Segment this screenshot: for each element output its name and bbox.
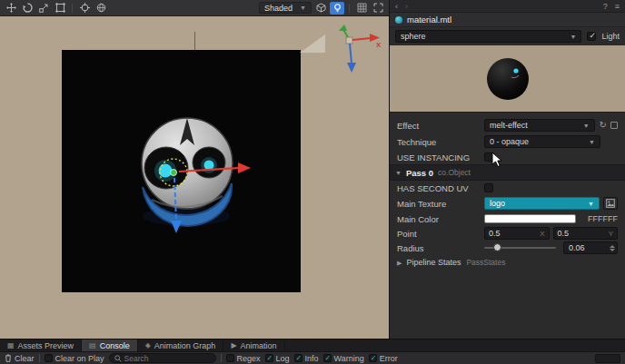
- tab-animation[interactable]: ▶ Animation: [223, 339, 284, 351]
- grid-icon: [357, 3, 367, 13]
- has-second-uv-row: HAS SECOND UV: [390, 181, 625, 195]
- technique-row: Technique 0 - opaque ▼: [390, 133, 625, 150]
- technique-dropdown[interactable]: 0 - opaque ▼: [484, 135, 600, 148]
- material-icon: [395, 16, 402, 24]
- axis-z-arrow[interactable]: [350, 44, 352, 64]
- help-icon[interactable]: ?: [603, 2, 608, 11]
- scene-viewport[interactable]: X: [0, 16, 389, 339]
- warning-filter-toggle[interactable]: Warning: [323, 354, 364, 363]
- pass0-hint: co.Object: [438, 168, 471, 177]
- view-2d-toggle-button[interactable]: [313, 2, 328, 15]
- rect-tool-button[interactable]: [53, 2, 67, 15]
- clear-on-play-toggle[interactable]: Clear on Play: [45, 354, 104, 363]
- search-icon: [114, 355, 122, 362]
- gizmo-z-arrowhead[interactable]: [171, 221, 182, 233]
- slider-thumb[interactable]: [493, 243, 501, 251]
- move-tool-button[interactable]: [4, 2, 18, 15]
- main-color-swatch[interactable]: [484, 214, 576, 223]
- copy-icon[interactable]: [610, 122, 618, 129]
- point-x-input[interactable]: 0.5 X: [484, 227, 550, 240]
- gizmo-center-handle[interactable]: [171, 170, 177, 176]
- refresh-icon[interactable]: ↻: [600, 121, 607, 130]
- regex-checkbox[interactable]: [226, 354, 234, 362]
- forward-icon[interactable]: ›: [405, 2, 408, 11]
- console-search-box[interactable]: [109, 353, 216, 363]
- effect-dropdown[interactable]: melt-effect ▼: [484, 119, 595, 132]
- console-search-input[interactable]: [124, 354, 203, 363]
- expand-icon: [373, 3, 383, 13]
- light-checkbox[interactable]: [587, 32, 596, 41]
- lighting-toggle-button[interactable]: [330, 2, 344, 15]
- back-icon[interactable]: ‹: [395, 2, 398, 11]
- preview-mesh-dropdown[interactable]: sphere ▼: [395, 30, 581, 43]
- technique-value: 0 - opaque: [490, 137, 529, 146]
- main-texture-dropdown[interactable]: logo ▼: [484, 197, 600, 210]
- gizmo-x-arrowhead[interactable]: [238, 162, 251, 173]
- maximize-view-button[interactable]: [371, 2, 385, 15]
- content-row: Shaded ▼: [0, 0, 625, 339]
- animation-graph-icon: ◈: [145, 341, 151, 349]
- log-checkbox[interactable]: [265, 354, 273, 362]
- shading-mode-dropdown[interactable]: Shaded ▼: [259, 2, 312, 14]
- scene-panel: Shaded ▼: [0, 0, 389, 339]
- menu-icon[interactable]: ≡: [615, 2, 620, 11]
- clear-button[interactable]: Clear: [5, 354, 35, 363]
- trash-icon: [5, 354, 12, 362]
- chevron-down-icon: ▼: [583, 123, 590, 129]
- regex-filter-toggle[interactable]: Regex: [226, 354, 261, 363]
- point-y-input[interactable]: 0.5 Y: [553, 227, 619, 240]
- tab-animation-graph[interactable]: ◈ Animation Graph: [138, 339, 224, 351]
- has-second-uv-checkbox[interactable]: [484, 183, 493, 192]
- space-toggle-button[interactable]: [94, 2, 108, 15]
- info-checkbox[interactable]: [294, 354, 303, 362]
- main-color-hex: FFFFFF: [576, 214, 618, 223]
- point-x-axis-label: X: [540, 230, 544, 238]
- log-label: Log: [276, 354, 290, 363]
- error-filter-toggle[interactable]: Error: [369, 354, 398, 363]
- pass0-section-header[interactable]: ▼ Pass 0 co.Object: [390, 164, 625, 181]
- point-x-value: 0.5: [489, 229, 501, 238]
- axis-x-arrow[interactable]: [352, 38, 371, 40]
- console-separator: [221, 354, 222, 362]
- use-instancing-label: USE INSTANCING: [397, 152, 484, 162]
- tab-assets-preview[interactable]: ▦ Assets Preview: [0, 339, 82, 351]
- sphere-texture-eye: [513, 68, 518, 73]
- material-properties: Effect melt-effect ▼ ↻ Technique 0 - opa…: [390, 113, 625, 270]
- plane-edge-highlight: [300, 34, 325, 53]
- tab-console[interactable]: ▤ Console: [82, 339, 138, 351]
- orientation-gizmo[interactable]: X: [336, 24, 385, 76]
- grid-toggle-button[interactable]: [354, 2, 369, 15]
- rotate-tool-button[interactable]: [20, 2, 35, 15]
- axis-x-label: X: [376, 41, 382, 49]
- globe-icon: [96, 3, 106, 13]
- radius-input[interactable]: 0.06: [563, 241, 618, 254]
- skull-sprite[interactable]: [95, 98, 286, 252]
- main-texture-label: Main Texture: [397, 199, 484, 209]
- scale-tool-button[interactable]: [36, 2, 51, 15]
- clear-on-play-checkbox[interactable]: [45, 354, 53, 362]
- info-filter-toggle[interactable]: Info: [294, 354, 319, 363]
- editor-window: Shaded ▼: [0, 0, 625, 364]
- pipeline-states-label: Pipeline States: [406, 258, 461, 267]
- animation-icon: ▶: [231, 341, 236, 349]
- stepper-icon[interactable]: [610, 245, 615, 251]
- texture-picker-button[interactable]: [603, 197, 618, 210]
- log-filter-toggle[interactable]: Log: [265, 354, 290, 363]
- toolbar-separator: [349, 4, 350, 13]
- effect-value: melt-effect: [490, 121, 528, 130]
- use-instancing-checkbox[interactable]: [484, 152, 493, 162]
- warning-checkbox[interactable]: [323, 354, 332, 362]
- radius-slider[interactable]: [484, 241, 556, 254]
- move-icon: [6, 3, 16, 13]
- error-label: Error: [380, 354, 398, 363]
- pipeline-states-row[interactable]: ▶ Pipeline States PassStates: [390, 255, 625, 270]
- light-label: Light: [601, 32, 620, 41]
- material-preview[interactable]: [390, 45, 625, 113]
- main-color-row: Main Color FFFFFF: [390, 212, 625, 226]
- rotate-icon: [23, 3, 33, 13]
- main-texture-row: Main Texture logo ▼: [390, 195, 625, 212]
- use-instancing-row: USE INSTANCING: [390, 150, 625, 164]
- error-checkbox[interactable]: [369, 354, 377, 362]
- console-extra-field[interactable]: [595, 354, 620, 363]
- pivot-toggle-button[interactable]: [77, 2, 92, 15]
